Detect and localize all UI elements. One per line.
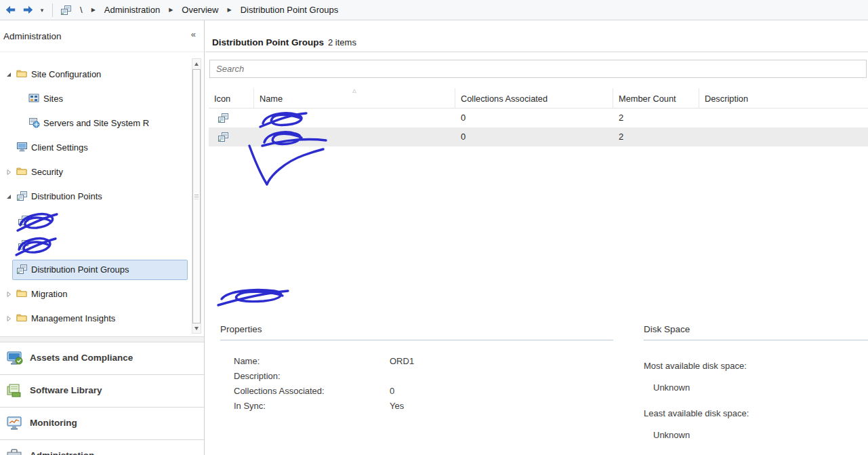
column-header-icon[interactable]: Icon [209,88,254,108]
workspace-administration[interactable]: Administration [0,440,204,455]
distribution-point-icon [18,239,30,252]
column-header-collections-associated[interactable]: Collections Associated [455,88,613,108]
disk-space-label: Most available disk space: [644,361,747,371]
table-row[interactable]: 0 2 [209,127,868,146]
tree-item-label: Distribution Point Groups [31,264,129,275]
tree-item-servers-and-site-system-roles[interactable]: Servers and Site System R [0,111,190,136]
properties-rule [220,340,613,340]
column-label: Member Count [619,94,676,104]
details-pane: Properties Name: ORD1 Description: Colle… [205,285,868,455]
column-label: Icon [214,94,230,104]
tree-item-distribution-point-groups[interactable]: Distribution Point Groups [0,258,190,282]
tree-item-label: Security [31,167,63,177]
folder-icon [16,288,28,300]
tree-item-migration[interactable]: Migration [0,282,190,306]
tree-item-distribution-points[interactable]: Distribution Points [0,184,190,209]
folder-icon [16,68,28,81]
tree-item-client-settings[interactable]: Client Settings [0,136,190,160]
forward-button[interactable] [19,2,37,18]
distribution-point-group-icon [218,113,229,123]
expander-expanded-icon[interactable] [5,71,12,78]
list-header: Distribution Point Groups 2 items [205,33,868,52]
tree-item-label: Migration [31,289,67,299]
workspace-assets-and-compliance[interactable]: Assets and Compliance [0,342,204,375]
tree-item-sites[interactable]: Sites [0,87,190,111]
expander-collapsed-icon[interactable] [5,169,12,176]
chevron-down-icon: ▾ [41,7,44,14]
breadcrumb-item-administration[interactable]: Administration [104,5,160,15]
nav-history-dropdown[interactable]: ▾ [37,2,47,18]
property-value: 0 [390,386,394,396]
property-row: In Sync: Yes [234,401,552,414]
column-label: Name [260,94,283,104]
tree-item-label: Site Configuration [31,69,101,79]
triangle-up-icon [194,62,199,66]
sidebar-scrollbar[interactable] [192,58,201,334]
column-label: Description [705,94,748,104]
breadcrumb-item-distribution-point-groups[interactable]: Distribution Point Groups [241,5,339,15]
disk-space-label: Least available disk space: [644,408,749,418]
workspace-label: Software Library [30,385,102,395]
tree-item-label: Client Settings [31,142,88,153]
tree-item-management-insights[interactable]: Management Insights [0,306,190,331]
search-input[interactable] [209,60,867,78]
scrollbar-down-button[interactable] [192,323,201,333]
table-row[interactable]: 0 2 [209,108,868,127]
toolbar-separator [52,3,53,17]
tree-item-label: Distribution Points [31,191,102,201]
tree-item-distribution-point-1[interactable] [0,209,190,233]
property-row: Name: ORD1 [234,356,552,370]
navigation-tree: Site Configuration Sites Servers and Sit… [0,62,190,331]
pane-splitter[interactable] [0,336,204,342]
tree-item-site-configuration[interactable]: Site Configuration [0,62,190,87]
forward-arrow-icon [23,5,33,14]
assets-and-compliance-icon [6,351,24,367]
column-header-description[interactable]: Description [699,88,868,108]
tree-item-label: Servers and Site System R [43,118,149,128]
tree-item-security[interactable]: Security [0,160,190,184]
table-header-row: Icon △ Name Collections Associated Membe… [209,88,868,108]
cell-collections-associated: 0 [461,132,466,142]
back-button[interactable] [1,2,19,18]
column-header-name[interactable]: △ Name [254,88,455,108]
breadcrumb-separator-icon: ▶ [169,7,173,13]
workspace-monitoring[interactable]: Monitoring [0,408,204,440]
content-area: Distribution Point Groups 2 items Icon △… [205,20,868,455]
property-label: Name: [234,356,260,366]
scrollbar-thumb[interactable] [192,69,201,323]
property-label: Collections Associated: [234,386,325,396]
software-library-icon [6,383,24,399]
sites-icon [28,93,41,105]
breadcrumb-root[interactable]: \ [80,5,83,15]
monitoring-icon [6,416,24,432]
selected-group-title [220,292,308,304]
disk-space-rule [644,340,868,340]
pane-title: Administration [3,31,62,41]
column-header-member-count[interactable]: Member Count [613,88,699,108]
workspace-label: Monitoring [30,418,77,428]
folder-icon [16,313,28,325]
tree-item-distribution-point-2[interactable] [0,233,190,258]
sort-ascending-icon: △ [352,88,356,94]
disk-space-heading: Disk Space [644,324,690,334]
distribution-point-group-icon [60,5,72,16]
breadcrumb: \ ▶ Administration ▶ Overview ▶ Distribu… [80,5,338,15]
property-row: Collections Associated: 0 [234,386,552,399]
property-row: Description: [234,371,552,384]
navigation-pane-header: Administration « [0,20,204,52]
workspace-software-library[interactable]: Software Library [0,375,204,408]
tree-item-label: Management Insights [31,313,115,323]
collapse-pane-button[interactable]: « [191,29,196,39]
expander-collapsed-icon[interactable] [5,315,12,322]
item-count: 2 items [328,37,356,47]
expander-collapsed-icon[interactable] [5,291,12,298]
distribution-point-group-icon [218,132,229,142]
navigation-pane: Administration « Site Configuration Site… [0,20,205,455]
scrollbar-up-button[interactable] [192,59,201,68]
tree-item-label: Sites [43,94,63,104]
distribution-point-icon [16,191,28,203]
folder-icon [16,166,28,178]
breadcrumb-item-overview[interactable]: Overview [182,5,218,15]
expander-expanded-icon[interactable] [5,193,12,200]
triangle-down-icon [194,327,199,330]
